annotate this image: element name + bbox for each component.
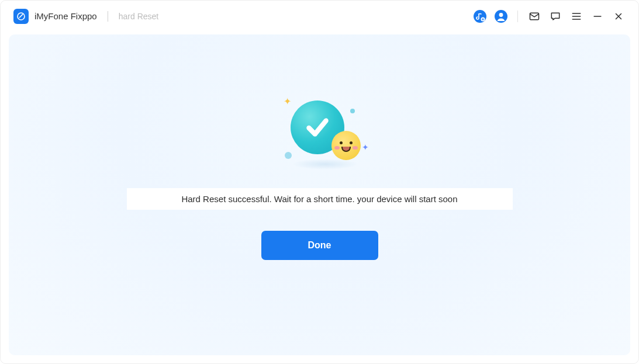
titlebar-right [473,9,626,23]
smiley-icon [331,131,361,160]
titlebar-separator [517,11,518,22]
breadcrumb: hard Reset [119,12,158,21]
titlebar-left: iMyFone Fixppo hard Reset [13,9,158,24]
chat-icon[interactable] [548,9,562,23]
decorative-dot [350,109,355,113]
sparkle-icon: ✦ [284,96,291,107]
app-title: iMyFone Fixppo [34,11,97,21]
account-icon[interactable] [494,9,508,23]
close-icon[interactable] [612,9,626,23]
svg-point-1 [474,10,486,23]
main-area: ✦ ✦ Hard Reset successful. Wait for a sh… [1,32,638,363]
success-illustration: ✦ ✦ [267,96,372,172]
sparkle-icon: ✦ [362,143,369,152]
titlebar: iMyFone Fixppo hard Reset [1,1,638,32]
status-message: Hard Reset successful. Wait for a short … [127,188,513,210]
menu-icon[interactable] [569,9,583,23]
content-panel: ✦ ✦ Hard Reset successful. Wait for a sh… [9,34,630,355]
music-icon[interactable] [473,9,487,23]
done-button[interactable]: Done [261,231,378,260]
svg-point-4 [499,13,503,17]
app-window: iMyFone Fixppo hard Reset [0,0,639,364]
minimize-icon[interactable] [590,9,605,23]
app-logo-icon [13,9,29,24]
mail-icon[interactable] [527,9,541,23]
decorative-dot [285,152,292,159]
title-separator [108,11,108,22]
